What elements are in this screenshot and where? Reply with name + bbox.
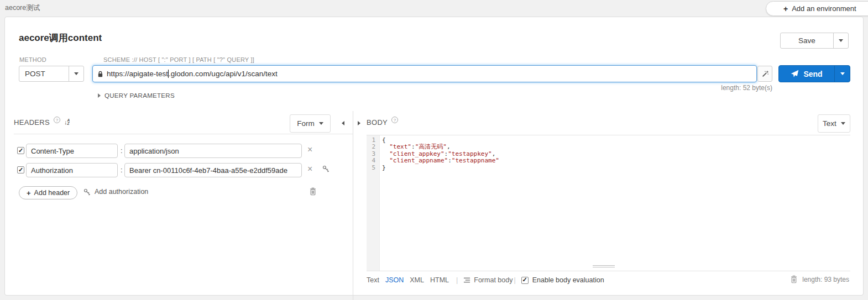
header-value-input[interactable] [124, 163, 302, 177]
headers-view-value: Form [297, 119, 315, 128]
code-lines: 1{2 "text":"高清无码",3 "client_appkey":"tes… [367, 137, 850, 171]
chevron-down-icon [839, 39, 843, 42]
url-input[interactable]: https://apigate-test .glodon.com/ugc/api… [92, 65, 757, 82]
key-icon [83, 188, 91, 196]
header-name-input[interactable] [26, 144, 118, 158]
query-parameters-label: QUERY PARAMETERS [104, 92, 175, 99]
url-length: length: 52 byte(s) [613, 84, 772, 92]
add-environment-button[interactable]: + Add an environment [766, 1, 868, 16]
chevron-down-icon [319, 122, 323, 125]
add-header-button[interactable]: + Add header [19, 186, 77, 199]
headers-separator [14, 134, 353, 134]
plus-icon: + [783, 4, 788, 13]
help-icon[interactable]: ? [54, 117, 60, 123]
body-mode-html[interactable]: HTML [430, 276, 449, 284]
format-body-label: Format body [474, 276, 513, 284]
chevron-down-icon [841, 122, 845, 125]
body-length-row: length: 93 bytes [791, 275, 849, 283]
clear-body-trash-icon[interactable] [791, 275, 797, 283]
panel-divider[interactable] [353, 111, 353, 300]
url-text-after-cursor: .glodon.com/ugc/api/v1/scan/text [169, 70, 278, 78]
enable-body-evaluation-label: Enable body evaluation [532, 276, 604, 284]
plus-icon: + [27, 189, 31, 197]
app-window: aecore测试 + Add an environment aecore调用co… [0, 0, 868, 300]
toolbar-separator: | [514, 276, 515, 284]
breadcrumb: aecore测试 [5, 3, 40, 13]
body-type-select[interactable]: Text [818, 114, 850, 133]
format-lines-icon [463, 277, 470, 283]
send-dropdown-button[interactable] [834, 66, 850, 82]
method-label: METHOD [19, 56, 46, 63]
body-mode-json[interactable]: JSON [385, 276, 404, 284]
url-text-before-cursor: https://apigate-test [107, 70, 168, 78]
body-editor[interactable]: 1{2 "text":"高清无码",3 "client_appkey":"tes… [367, 135, 850, 271]
headers-section-header: HEADERS ? ↓AZ [14, 118, 70, 127]
add-authorization-button[interactable]: Add authorization [83, 188, 148, 196]
headers-view-select[interactable]: Form [290, 114, 331, 133]
collapse-right-panel-button[interactable] [358, 121, 360, 125]
save-split-button: Save [780, 33, 849, 49]
save-button[interactable]: Save [781, 33, 833, 48]
help-icon[interactable]: ? [391, 117, 398, 123]
paper-plane-icon [791, 70, 799, 78]
method-dropdown-button[interactable] [69, 66, 83, 81]
editor-resize-handle[interactable] [593, 265, 615, 269]
header-enabled-checkbox[interactable] [17, 147, 24, 154]
body-type-value: Text [823, 119, 836, 128]
url-wand-button[interactable] [757, 66, 772, 82]
body-mode-text[interactable]: Text [367, 276, 379, 284]
collapse-left-panel-button[interactable] [342, 121, 344, 125]
body-label: BODY [367, 118, 388, 127]
colon-separator: : [121, 166, 123, 174]
query-parameters-toggle[interactable]: QUERY PARAMETERS [98, 92, 175, 99]
colon-separator: : [121, 146, 123, 155]
send-button[interactable]: Send [779, 66, 834, 82]
chevron-right-icon [98, 93, 101, 98]
body-mode-xml[interactable]: XML [410, 276, 424, 284]
remove-header-icon[interactable]: × [307, 165, 312, 173]
enable-body-evaluation: Enable body evaluation [521, 276, 604, 284]
header-name-input[interactable] [26, 163, 118, 177]
body-section-header: BODY ? [367, 118, 398, 127]
request-card: aecore调用content Save METHOD SCHEME :// H… [4, 17, 864, 296]
save-dropdown-button[interactable] [833, 33, 848, 48]
add-header-label: Add header [34, 189, 70, 197]
magic-wand-icon [761, 70, 769, 78]
scheme-label: SCHEME :// HOST [ ":" PORT ] [ PATH [ "?… [103, 56, 254, 63]
send-split-button: Send [778, 65, 850, 82]
method-value: POST [25, 70, 45, 78]
code-line: 4 "client_appname":"testappname" [367, 157, 850, 164]
body-length: length: 93 bytes [802, 276, 849, 283]
lock-icon [97, 70, 103, 78]
toolbar-separator: | [456, 276, 458, 284]
method-select[interactable]: POST [19, 66, 84, 82]
add-authorization-label: Add authorization [95, 188, 148, 196]
page-title: aecore调用content [19, 31, 102, 44]
header-value-input[interactable] [124, 144, 302, 158]
save-label: Save [798, 36, 815, 45]
send-label: Send [803, 70, 822, 78]
remove-header-icon[interactable]: × [307, 146, 312, 154]
format-body-button[interactable]: Format body [463, 276, 513, 284]
chevron-down-icon [840, 72, 845, 75]
sort-headers-icon[interactable]: ↓AZ [64, 119, 70, 125]
chevron-down-icon [74, 72, 79, 75]
delete-headers-trash-icon[interactable] [310, 187, 316, 196]
body-toolbar: Text JSON XML HTML | Format body | Enabl… [367, 275, 604, 285]
header-enabled-checkbox[interactable] [17, 166, 24, 173]
key-icon[interactable] [322, 165, 330, 172]
code-line: 5} [367, 165, 850, 171]
add-environment-label: Add an environment [792, 4, 856, 13]
headers-label: HEADERS [14, 118, 50, 127]
enable-body-evaluation-checkbox[interactable] [521, 277, 529, 284]
